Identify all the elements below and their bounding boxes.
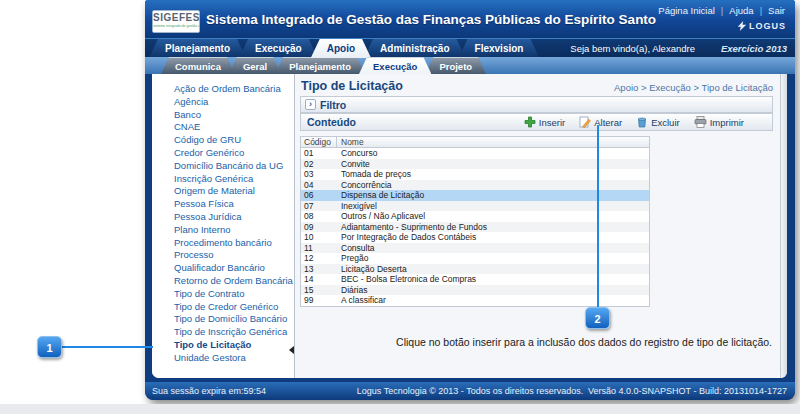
sidebar-menu: Ação de Ordem BancáriaAgênciaBancoCNAECó… — [152, 74, 293, 378]
cell-nome: BEC - Bolsa Eletronica de Compras — [337, 274, 649, 285]
content-label: Conteúdo — [307, 116, 356, 128]
table-header: Código Nome — [301, 137, 649, 148]
table-row[interactable]: 12 Pregão — [301, 253, 649, 264]
filter-label: Filtro — [320, 99, 346, 111]
sidebar-item[interactable]: Unidade Gestora — [152, 352, 293, 365]
sub-nav-tabs: ComunicaGeralPlanejamentoExecuçãoProjeto — [161, 57, 480, 74]
sidebar-item[interactable]: Banco — [152, 109, 293, 122]
chevron-right-icon[interactable]: › — [305, 99, 316, 110]
header-link[interactable]: Página Inicial — [658, 5, 715, 16]
toolbar: Inserir Alterar Excluir Imprimir — [524, 113, 744, 131]
table-row[interactable]: 99 A classificar — [301, 295, 649, 306]
sidebar-item[interactable]: Agência — [152, 96, 293, 109]
cell-codigo: 08 — [301, 211, 337, 222]
column-header-codigo[interactable]: Código — [301, 137, 337, 147]
sidebar-item[interactable]: Ação de Ordem Bancária — [152, 83, 293, 96]
cell-codigo: 13 — [301, 264, 337, 275]
cell-nome: Tomada de preços — [337, 169, 649, 180]
hint-text: Clique no botão inserir para a inclusão … — [396, 336, 772, 348]
sidebar-item[interactable]: Domicílio Bancário da UG — [152, 160, 293, 173]
cell-nome: Concurso — [337, 148, 649, 159]
table-row[interactable]: 01 Concurso — [301, 148, 649, 159]
page: SIGEFES sistema integrado de gestão das … — [0, 0, 800, 414]
cell-nome: Por Integração de Dados Contábeis — [337, 232, 649, 243]
sidebar-item[interactable]: Retorno de Ordem Bancária — [152, 275, 293, 288]
sidebar-item[interactable]: Tipo de Contrato — [152, 288, 293, 301]
main-nav-tab[interactable]: Flexvision — [459, 39, 540, 58]
sidebar-item[interactable]: Processo — [152, 249, 293, 262]
sub-nav-tab[interactable]: Geral — [229, 57, 281, 74]
table-row[interactable]: 15 Diárias — [301, 285, 649, 296]
main-nav-tab[interactable]: Administração — [364, 39, 465, 58]
sub-nav-tab[interactable]: Execução — [359, 57, 431, 74]
table-row[interactable]: 02 Convite — [301, 159, 649, 170]
table-row[interactable]: 13 Licitação Deserta — [301, 264, 649, 275]
table-row[interactable]: 04 Concorrência — [301, 180, 649, 191]
sub-nav-tab[interactable]: Planejamento — [275, 57, 365, 74]
callout-badge-1: 1 — [37, 336, 62, 358]
cell-nome: Concorrência — [337, 180, 649, 191]
sidebar-item[interactable]: Plano Interno — [152, 224, 293, 237]
cell-codigo: 12 — [301, 253, 337, 264]
page-title: Tipo de Licitação — [301, 79, 403, 93]
column-header-nome[interactable]: Nome — [337, 137, 649, 147]
filter-panel-toggle[interactable]: › Filtro — [300, 96, 773, 113]
printer-icon — [694, 116, 707, 128]
table-row[interactable]: 09 Adiantamento - Suprimento de Fundos — [301, 222, 649, 233]
cell-nome: Inexigível — [337, 201, 649, 212]
sidebar-item[interactable]: Tipo de Credor Genérico — [152, 301, 293, 314]
table-row[interactable]: 07 Inexigível — [301, 201, 649, 212]
table-row[interactable]: 03 Tomada de preços — [301, 169, 649, 180]
delete-button[interactable]: Excluir — [636, 116, 680, 128]
cell-codigo: 14 — [301, 274, 337, 285]
sidebar-item[interactable]: Tipo de Inscrição Genérica — [152, 326, 293, 339]
alter-button[interactable]: Alterar — [579, 116, 622, 128]
cell-codigo: 02 — [301, 159, 337, 170]
main-nav-tab[interactable]: Execução — [239, 39, 318, 58]
sidebar-item[interactable]: Origem de Material — [152, 185, 293, 198]
app-header: SIGEFES sistema integrado de gestão das … — [145, 0, 795, 38]
sidebar-item[interactable]: Código de GRU — [152, 134, 293, 147]
sidebar-item[interactable]: Procedimento bancário — [152, 237, 293, 250]
table-row[interactable]: 06 Dispensa de Licitação — [301, 190, 649, 201]
sidebar-item[interactable]: Inscrição Genérica — [152, 173, 293, 186]
main-nav-tabs: PlanejamentoExecuçãoApoioAdministraçãoFl… — [149, 39, 532, 58]
main-nav-tab[interactable]: Planejamento — [149, 39, 246, 58]
licitacao-table: Código Nome 01 Concurso 02 Conv — [300, 136, 650, 307]
print-button[interactable]: Imprimir — [694, 116, 744, 128]
header-link[interactable]: Ajuda — [715, 5, 754, 16]
cell-nome: Adiantamento - Suprimento de Fundos — [337, 222, 649, 233]
sub-nav: ComunicaGeralPlanejamentoExecuçãoProjeto — [145, 57, 795, 74]
cell-nome: A classificar — [337, 295, 649, 306]
sidebar-item[interactable]: Tipo de Domicílio Bancário — [152, 313, 293, 326]
sidebar-item[interactable]: Pessoa Jurídica — [152, 211, 293, 224]
cell-codigo: 99 — [301, 295, 337, 306]
sidebar-item[interactable]: Qualificador Bancário — [152, 262, 293, 275]
header-link[interactable]: Sair — [754, 5, 785, 16]
cell-nome: Diárias — [337, 285, 649, 296]
table-body: 01 Concurso 02 Convite 03 Tomada d — [301, 148, 649, 306]
main-nav-tab[interactable]: Apoio — [311, 39, 371, 58]
table-row[interactable]: 08 Outros / Não Aplicavel — [301, 211, 649, 222]
table-row[interactable]: 14 BEC - Bolsa Eletronica de Compras — [301, 274, 649, 285]
cell-codigo: 03 — [301, 169, 337, 180]
sidebar-item[interactable]: Tipo de Licitação — [152, 339, 293, 352]
sigefes-logo-text: SIGEFES — [153, 11, 199, 24]
table-row[interactable]: 10 Por Integração de Dados Contábeis — [301, 232, 649, 243]
sidebar-item[interactable]: Pessoa Física — [152, 198, 293, 211]
sub-nav-tab[interactable]: Projeto — [425, 57, 486, 74]
status-bar: Sua sessão expira em:59:54 Logus Tecnolo… — [145, 382, 795, 400]
table-row[interactable]: 11 Consulta — [301, 243, 649, 254]
sidebar-item[interactable]: Credor Genérico — [152, 147, 293, 160]
vertical-scrollbar[interactable] — [780, 74, 787, 378]
cell-nome: Licitação Deserta — [337, 264, 649, 275]
sidebar-item[interactable]: CNAE — [152, 121, 293, 134]
cell-nome: Consulta — [337, 243, 649, 254]
content-panel: Tipo de Licitação Apoio > Execução > Tip… — [294, 74, 780, 378]
insert-button[interactable]: Inserir — [524, 116, 565, 128]
app-window: SIGEFES sistema integrado de gestão das … — [145, 0, 795, 400]
sub-nav-tab[interactable]: Comunica — [161, 57, 235, 74]
logus-logo: LOGUS — [737, 21, 786, 31]
alter-button-label: Alterar — [594, 117, 622, 128]
cell-codigo: 10 — [301, 232, 337, 243]
